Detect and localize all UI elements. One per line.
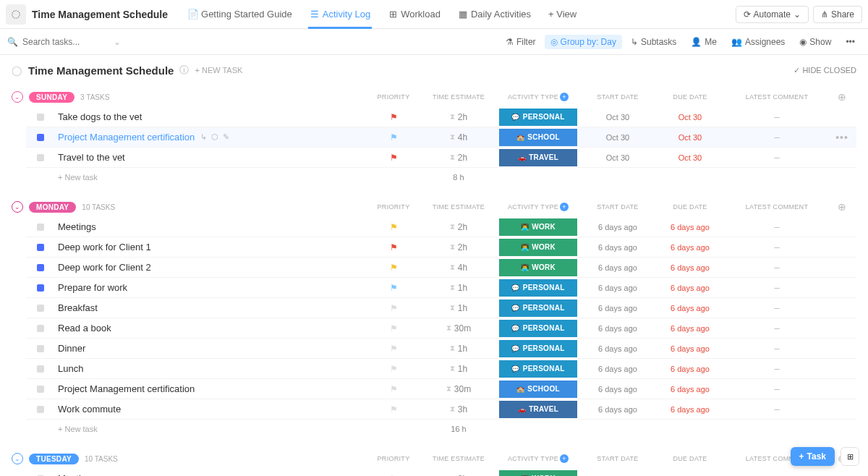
task-name[interactable]: Deep work for Client 1 <box>55 242 365 252</box>
activity-badge[interactable]: 💬PERSONAL <box>499 360 577 378</box>
collapse-toggle[interactable]: ⌄ <box>12 453 23 464</box>
start-date-cell[interactable]: 6 days ago <box>582 405 654 414</box>
status-indicator[interactable] <box>37 134 44 141</box>
col-start[interactable]: START DATE <box>582 455 654 462</box>
subtasks-button[interactable]: ↳Subtasks <box>625 35 682 49</box>
estimate-cell[interactable]: ⧗1h <box>422 344 495 354</box>
activity-badge[interactable]: 🚗TRAVEL <box>499 149 577 166</box>
activity-badge[interactable]: 💬PERSONAL <box>499 320 577 337</box>
collapse-toggle[interactable]: ⌄ <box>12 91 23 103</box>
task-name[interactable]: Project Management certification <box>55 383 365 394</box>
assignees-button[interactable]: 👥Assignees <box>726 35 791 49</box>
status-indicator[interactable] <box>37 365 44 373</box>
comment-cell[interactable]: – <box>726 343 827 354</box>
comment-cell[interactable]: – <box>726 262 827 273</box>
activity-badge[interactable]: 💬PERSONAL <box>499 279 577 297</box>
col-due[interactable]: DUE DATE <box>654 203 726 211</box>
row-more-button[interactable]: ••• <box>827 132 856 143</box>
col-activity[interactable]: ACTIVITY TYPE + <box>495 93 582 101</box>
estimate-cell[interactable]: ⧗2h <box>422 153 495 163</box>
task-row[interactable]: Deep work for Client 1 ⚑ ⧗2h 👨‍💻WORK 6 d… <box>26 237 856 258</box>
task-name[interactable]: Read a book <box>55 323 365 333</box>
start-date-cell[interactable]: 6 days ago <box>582 365 654 373</box>
task-name[interactable]: Meetings <box>55 473 365 476</box>
due-date-cell[interactable]: 6 days ago <box>654 284 726 292</box>
task-row[interactable]: Travel to the vet ⚑ ⧗2h 🚗TRAVEL Oct 30 O… <box>26 148 856 168</box>
priority-cell[interactable]: ⚑ <box>365 263 422 273</box>
subtask-icon[interactable]: ↳ <box>200 132 207 142</box>
estimate-cell[interactable]: ⧗2h <box>422 242 495 252</box>
search-box[interactable]: 🔍 ⌄ <box>7 37 121 47</box>
add-view-button[interactable]: + View <box>540 0 585 29</box>
due-date-cell[interactable]: 6 days ago <box>654 344 726 353</box>
tab-activity-log[interactable]: ☰Activity Log <box>301 0 379 29</box>
task-row[interactable]: Meetings ⚑ ⧗2h 👨‍💻WORK 6 days ago 6 days… <box>26 217 856 237</box>
task-row[interactable]: Take dogs to the vet ⚑ ⧗2h 💬PERSONAL Oct… <box>26 107 856 127</box>
task-row[interactable]: Deep work for Client 2 ⚑ ⧗4h 👨‍💻WORK 6 d… <box>26 258 856 278</box>
start-date-cell[interactable]: Oct 30 <box>582 113 654 122</box>
groupby-button[interactable]: ◎Group by: Day <box>545 35 622 49</box>
add-activity-icon[interactable]: + <box>560 454 569 463</box>
estimate-cell[interactable]: ⧗30m <box>422 384 495 394</box>
start-date-cell[interactable]: Oct 30 <box>582 153 654 162</box>
hide-closed-button[interactable]: ✓ HIDE CLOSED <box>793 66 856 75</box>
comment-cell[interactable]: – <box>726 323 827 333</box>
priority-cell[interactable]: ⚑ <box>365 222 422 232</box>
collapse-toggle[interactable]: ⌄ <box>12 201 23 213</box>
apps-button[interactable]: ⊞ <box>841 447 859 466</box>
priority-cell[interactable]: ⚑ <box>365 404 422 415</box>
col-priority[interactable]: PRIORITY <box>365 93 422 101</box>
activity-badge[interactable]: 🚗TRAVEL <box>499 401 577 418</box>
status-indicator[interactable] <box>37 264 44 271</box>
start-date-cell[interactable]: 6 days ago <box>582 263 654 272</box>
priority-cell[interactable]: ⚑ <box>365 323 422 333</box>
activity-cell[interactable]: 👨‍💻WORK <box>495 239 582 256</box>
activity-cell[interactable]: 👨‍💻WORK <box>495 218 582 236</box>
comment-cell[interactable]: – <box>726 302 827 313</box>
status-indicator[interactable] <box>37 386 44 393</box>
comment-cell[interactable]: – <box>726 282 827 293</box>
back-button[interactable] <box>6 4 26 25</box>
tab-getting-started-guide[interactable]: 📄Getting Started Guide <box>179 0 301 29</box>
due-date-cell[interactable]: 6 days ago <box>654 223 726 231</box>
status-indicator[interactable] <box>37 224 44 231</box>
due-date-cell[interactable]: Oct 30 <box>654 113 726 122</box>
task-row[interactable]: Project Management certification ⚑ ⧗30m … <box>26 379 856 399</box>
task-name[interactable]: Project Management certification↳⬡✎ <box>55 132 365 143</box>
me-button[interactable]: 👤Me <box>685 35 723 49</box>
info-icon[interactable]: ⓘ <box>179 64 189 77</box>
activity-cell[interactable]: 🏫SCHOOL <box>495 129 582 146</box>
due-date-cell[interactable]: 6 days ago <box>654 304 726 313</box>
priority-cell[interactable]: ⚑ <box>365 153 422 163</box>
activity-badge[interactable]: 🏫SCHOOL <box>499 129 577 146</box>
day-badge[interactable]: MONDAY <box>29 202 76 213</box>
start-date-cell[interactable]: 6 days ago <box>582 223 654 231</box>
share-button[interactable]: ⋔ Share <box>813 6 862 23</box>
estimate-cell[interactable]: ⧗4h <box>422 263 495 273</box>
new-task-header-button[interactable]: + NEW TASK <box>195 66 242 75</box>
priority-cell[interactable]: ⚑ <box>365 283 422 293</box>
activity-cell[interactable]: 👨‍💻WORK <box>495 470 582 477</box>
activity-badge[interactable]: 👨‍💻WORK <box>499 470 577 477</box>
priority-cell[interactable]: ⚑ <box>365 242 422 252</box>
day-badge[interactable]: SUNDAY <box>29 92 75 103</box>
col-estimate[interactable]: TIME ESTIMATE <box>422 455 495 462</box>
col-start[interactable]: START DATE <box>582 93 654 101</box>
due-date-cell[interactable]: 6 days ago <box>654 324 726 333</box>
status-indicator[interactable] <box>37 284 44 292</box>
task-row[interactable]: Read a book ⚑ ⧗30m 💬PERSONAL 6 days ago … <box>26 318 856 339</box>
automate-button[interactable]: ⟳ Automate ⌄ <box>736 6 809 23</box>
status-indicator[interactable] <box>37 345 44 352</box>
col-comment[interactable]: LATEST COMMENT <box>726 93 827 101</box>
col-estimate[interactable]: TIME ESTIMATE <box>422 93 495 101</box>
add-column-button[interactable]: ⊕ <box>838 91 846 103</box>
priority-cell[interactable]: ⚑ <box>365 364 422 374</box>
activity-cell[interactable]: 💬PERSONAL <box>495 279 582 297</box>
estimate-cell[interactable]: ⧗1h <box>422 364 495 374</box>
task-row[interactable]: Lunch ⚑ ⧗1h 💬PERSONAL 6 days ago 6 days … <box>26 359 856 379</box>
task-name[interactable]: Deep work for Client 2 <box>55 262 365 273</box>
status-indicator[interactable] <box>37 114 44 121</box>
task-name[interactable]: Dinner <box>55 343 365 354</box>
activity-badge[interactable]: 💬PERSONAL <box>499 340 577 357</box>
chevron-down-icon[interactable]: ⌄ <box>114 37 121 47</box>
